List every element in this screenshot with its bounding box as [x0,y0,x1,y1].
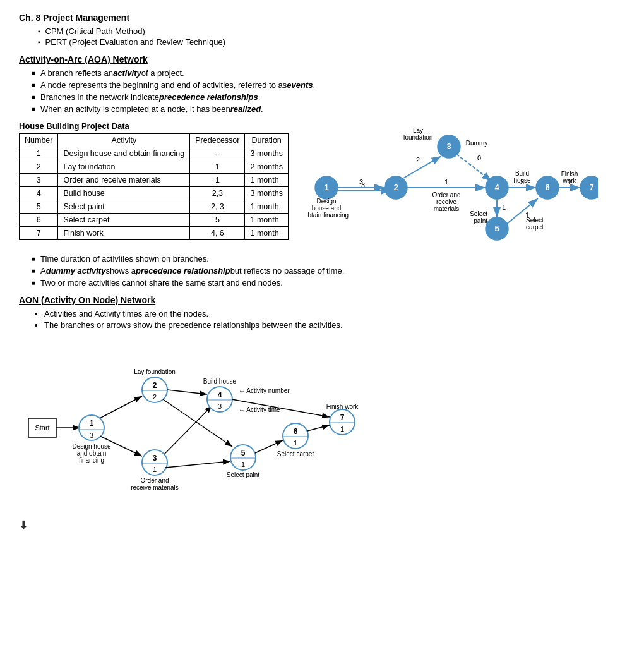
svg-text:1: 1 [241,461,245,468]
bullet-cpm: CPM (Critical Path Method) [38,27,625,36]
svg-text:3: 3 [446,142,451,151]
svg-text:3: 3 [90,432,93,439]
svg-text:7: 7 [589,183,593,192]
svg-text:6: 6 [294,427,298,436]
svg-text:Finish: Finish [561,171,578,178]
aoa-bullets: A branch reflects an activity of a proje… [32,68,625,114]
svg-text:1: 1 [444,178,448,186]
svg-text:2: 2 [153,393,157,401]
svg-text:Select: Select [470,210,487,217]
svg-text:receive: receive [436,198,457,205]
svg-line-59 [100,396,142,418]
svg-text:7: 7 [340,413,345,422]
col-activity: Activity [58,134,190,147]
svg-text:Build house: Build house [203,378,237,385]
aoa-note-3: Two or more activities cannot share the … [32,278,625,287]
svg-text:Select: Select [526,217,544,224]
svg-line-72 [167,390,207,394]
svg-text:financing: financing [79,457,104,464]
svg-text:1: 1 [90,419,94,428]
aon-bullet-2: The branches or arrows show the preceden… [44,320,625,330]
col-predecessor: Predecessor [190,134,245,147]
svg-text:Design: Design [316,198,336,205]
aon-section-title: AON (Activity On Node) Network [19,295,625,305]
svg-line-74 [165,461,230,468]
svg-text:3: 3 [153,454,157,463]
table-title: House Building Project Data [19,121,289,131]
svg-text:paint: paint [474,217,487,224]
table-row: 7Finish work4, 61 month [20,227,289,240]
aoa-network-diagram: 3 3 2 0 1 3 1 1 [307,121,598,248]
aon-bullets: Activities and Activity times are on the… [44,309,625,330]
svg-text:1: 1 [324,183,328,192]
aoa-note-1: Time duration of activities shown on bra… [32,254,625,263]
col-number: Number [20,134,58,147]
svg-text:2: 2 [153,381,157,390]
aoa-bullet-2: A node represents the beginning and end … [32,80,625,90]
aoa-notes: Time duration of activities shown on bra… [32,254,625,287]
aon-network-diagram: Start 1 3 2 2 Lay foundation 3 1 Order a… [19,336,625,513]
svg-text:3: 3 [218,402,222,410]
aoa-bullet-4: When an activity is completed at a node,… [32,104,625,114]
svg-text:5: 5 [494,224,499,233]
chapter-title: Ch. 8 Project Management [19,13,625,23]
project-table: Number Activity Predecessor Duration 1De… [19,133,289,240]
table-container: House Building Project Data Number Activ… [19,121,289,248]
svg-text:Order and: Order and [432,191,460,198]
table-row: 1Design house and obtain financing--3 mo… [20,147,289,160]
table-diagram-section: House Building Project Data Number Activ… [19,121,625,248]
svg-text:foundation: foundation [403,134,433,141]
svg-text:Select paint: Select paint [227,471,259,478]
svg-text:Build: Build [515,170,529,177]
svg-text:and obtain: and obtain [77,450,107,457]
svg-text:carpet: carpet [526,224,544,231]
svg-text:Finish work: Finish work [326,403,359,410]
svg-text:1: 1 [502,203,506,211]
svg-text:6: 6 [545,183,549,192]
col-duration: Duration [245,134,288,147]
svg-text:Lay: Lay [413,127,423,134]
aoa-section-title: Activity-on-Arc (AOA) Network [19,54,625,64]
svg-text:2: 2 [416,156,420,164]
svg-line-8 [456,154,492,181]
svg-text:0: 0 [477,154,481,162]
aoa-bullet-1: A branch reflects an activity of a proje… [32,68,625,78]
svg-text:Lay foundation: Lay foundation [134,368,176,375]
svg-text:Dummy: Dummy [466,140,487,147]
aon-bullet-1: Activities and Activity times are on the… [44,309,625,318]
svg-text:5: 5 [241,449,246,457]
svg-text:2: 2 [393,183,398,192]
svg-line-95 [307,425,330,431]
svg-text:materials: materials [434,205,460,212]
table-row: 2Lay foundation12 months [20,160,289,174]
aoa-bullet-3: Branches in the network indicate precede… [32,92,625,102]
bullet-pert: PERT (Project Evaluation and Review Tech… [38,37,625,47]
svg-text:Order and: Order and [140,477,169,484]
svg-text:Select carpet: Select carpet [277,450,314,457]
svg-line-6 [403,156,441,178]
svg-text:Design house: Design house [72,443,111,450]
svg-text:house and: house and [312,205,342,212]
table-row: 3Order and receive materials11 month [20,174,289,187]
svg-text:Start: Start [35,424,49,432]
table-row: 5Select paint2, 31 month [20,200,289,214]
svg-text:← Activity number: ← Activity number [239,387,290,394]
svg-text:receive materials: receive materials [131,484,179,491]
intro-bullets: CPM (Critical Path Method) PERT (Project… [38,27,625,47]
aoa-note-2: A dummy activity shows a precedence rela… [32,266,625,275]
svg-text:work: work [562,178,576,184]
svg-text:1: 1 [294,439,297,447]
table-row: 4Build house2,33 months [20,187,289,200]
svg-text:obtain financing: obtain financing [307,212,349,219]
svg-text:3: 3 [359,178,363,186]
svg-text:1: 1 [153,466,157,473]
bottom-icon: ⬇ [19,518,625,532]
table-row: 6Select carpet51 month [20,214,289,227]
svg-text:4: 4 [494,183,499,192]
svg-text:1: 1 [340,425,344,433]
svg-text:house: house [513,177,531,184]
svg-line-73 [164,406,212,454]
svg-text:4: 4 [218,390,222,399]
